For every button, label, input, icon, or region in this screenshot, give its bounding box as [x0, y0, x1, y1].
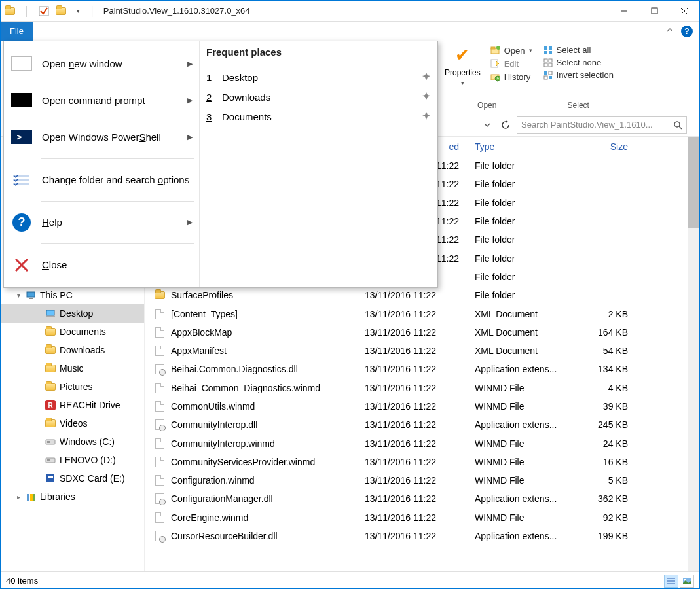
edit-button[interactable]: Edit [490, 58, 532, 69]
tree-item[interactable]: Pictures [1, 378, 144, 396]
file-type: Application extens... [471, 531, 576, 541]
tree-item[interactable]: SDXC Card (E:) [1, 469, 144, 488]
invert-selection-button[interactable]: Invert selection [543, 70, 614, 80]
submenu-arrow-icon: ▶ [187, 96, 193, 105]
open-button[interactable]: Open ▾ [490, 45, 532, 56]
tree-item-icon [45, 363, 56, 374]
column-type[interactable]: Type [471, 141, 576, 152]
details-view-toggle[interactable] [664, 575, 678, 588]
file-menu-item-icon [10, 171, 33, 189]
history-button[interactable]: History [490, 71, 532, 82]
file-size: 2 KB [576, 309, 648, 319]
svg-rect-11 [544, 46, 547, 50]
svg-rect-16 [549, 59, 552, 62]
qat-dropdown-icon[interactable]: ▾ [70, 3, 86, 19]
tree-item[interactable]: RREACHit Drive [1, 396, 144, 414]
tree-item-label: SDXC Card (E:) [60, 473, 125, 484]
new-folder-icon[interactable] [53, 3, 69, 19]
table-row[interactable]: Configuration.winmd13/11/2016 11:22WINMD… [145, 471, 699, 490]
vertical-scrollbar[interactable] [688, 137, 699, 571]
table-row[interactable]: Beihai_Common_Diagnostics.winmd13/11/201… [145, 379, 699, 397]
tree-item[interactable]: Documents [1, 323, 144, 341]
pin-icon[interactable] [422, 111, 431, 122]
table-row[interactable]: SurfaceProfiles13/11/2016 11:22File fold… [145, 286, 699, 304]
help-icon[interactable]: ? [681, 26, 693, 37]
properties-check-icon[interactable] [36, 3, 52, 19]
table-row[interactable]: CursorResourceBuilder.dll13/11/2016 11:2… [145, 527, 699, 545]
menu-separator [41, 243, 194, 244]
table-row[interactable]: AppxBlockMap13/11/2016 11:22XML Document… [145, 323, 699, 342]
minimize-button[interactable] [609, 1, 639, 21]
table-row[interactable]: CoreEngine.winmd13/11/2016 11:22WINMD Fi… [145, 509, 699, 527]
table-row[interactable]: Beihai.Common.Diagnostics.dll13/11/2016 … [145, 360, 699, 378]
frequent-place-index: 2 [206, 92, 214, 103]
file-menu-item[interactable]: Open new window▶ [4, 45, 199, 82]
tree-item-icon [26, 290, 36, 300]
file-menu-item[interactable]: Close [4, 247, 199, 283]
tree-item[interactable]: ▾This PC [1, 286, 144, 304]
properties-dropdown-icon[interactable]: ▾ [461, 80, 464, 86]
folder-up-icon[interactable] [2, 3, 18, 19]
open-icon [490, 45, 500, 56]
table-row[interactable]: CommunityInterop.dll13/11/2016 11:22Appl… [145, 416, 699, 434]
frequent-place-label: Desktop [222, 72, 258, 83]
close-button[interactable] [669, 1, 699, 21]
tree-item[interactable]: Windows (C:) [1, 433, 144, 451]
column-size[interactable]: Size [576, 141, 648, 152]
tree-item[interactable]: Music [1, 359, 144, 378]
breadcrumb-dropdown-icon[interactable] [480, 118, 494, 132]
frequent-place-label: Documents [222, 111, 272, 122]
tree-item-icon [45, 437, 56, 447]
frequent-place-item[interactable]: 3Documents [206, 107, 431, 126]
ribbon-group-open: ✔ Properties ▾ Open ▾ Edit History [437, 41, 538, 113]
svg-point-46 [684, 579, 686, 580]
svg-rect-40 [30, 494, 33, 501]
table-row[interactable]: AppxManifest13/11/2016 11:22XML Document… [145, 342, 699, 360]
pin-icon[interactable] [422, 72, 431, 83]
ribbon-collapse-icon[interactable] [665, 26, 674, 37]
item-count: 40 items [6, 576, 38, 586]
file-menu-item[interactable]: ?Help▶ [4, 204, 199, 241]
file-menu-item[interactable]: Open command prompt▶ [4, 82, 199, 118]
expander-icon[interactable]: ▸ [15, 493, 22, 501]
frequent-place-item[interactable]: 1Desktop [206, 67, 431, 87]
file-type: WINMD File [471, 512, 576, 523]
search-input[interactable]: Search PaintStudio.View_1.1610... [517, 116, 687, 134]
maximize-button[interactable] [639, 1, 669, 21]
file-name: Beihai.Common.Diagnostics.dll [171, 364, 298, 374]
tree-item[interactable]: Videos [1, 414, 144, 433]
file-date: 13/11/2016 11:22 [361, 457, 471, 467]
properties-label: Properties [445, 68, 481, 77]
properties-button[interactable]: ✔ Properties ▾ [442, 44, 483, 88]
file-date: 13/11/2016 11:22 [361, 364, 471, 374]
file-type: File folder [471, 272, 576, 282]
tree-item[interactable]: Downloads [1, 341, 144, 359]
table-row[interactable]: [Content_Types]13/11/2016 11:22XML Docum… [145, 304, 699, 323]
history-label: History [504, 72, 530, 82]
file-size: 24 KB [576, 438, 648, 449]
svg-line-24 [679, 126, 682, 129]
tree-item[interactable]: ▸Libraries [1, 488, 144, 506]
tree-item[interactable]: Desktop [1, 304, 144, 323]
select-all-button[interactable]: Select all [543, 45, 614, 55]
thumbnail-view-toggle[interactable] [680, 575, 694, 588]
select-none-icon [543, 58, 553, 67]
file-date: 13/11/2016 11:22 [361, 309, 471, 319]
refresh-button[interactable] [498, 118, 513, 132]
table-row[interactable]: CommunityInterop.winmd13/11/2016 11:22WI… [145, 434, 699, 452]
file-menu-item[interactable]: >_Open Windows PowerShell▶ [4, 118, 199, 155]
svg-point-23 [674, 122, 680, 127]
tree-item[interactable]: LENOVO (D:) [1, 451, 144, 469]
tab-file[interactable]: File [1, 22, 33, 41]
frequent-place-item[interactable]: 2Downloads [206, 87, 431, 107]
table-row[interactable]: ConfigurationManager.dll13/11/2016 11:22… [145, 490, 699, 508]
pin-icon[interactable] [422, 92, 431, 103]
expander-icon[interactable]: ▾ [15, 292, 22, 299]
scrollbar-thumb[interactable] [688, 137, 699, 228]
file-type: XML Document [471, 309, 576, 319]
table-row[interactable]: CommonUtils.winmd13/11/2016 11:22WINMD F… [145, 397, 699, 416]
tree-item-label: Music [60, 363, 84, 374]
file-menu-item[interactable]: Change folder and search options [4, 162, 199, 198]
select-none-button[interactable]: Select none [543, 58, 614, 67]
table-row[interactable]: CommunityServicesProvider.winmd13/11/201… [145, 453, 699, 471]
